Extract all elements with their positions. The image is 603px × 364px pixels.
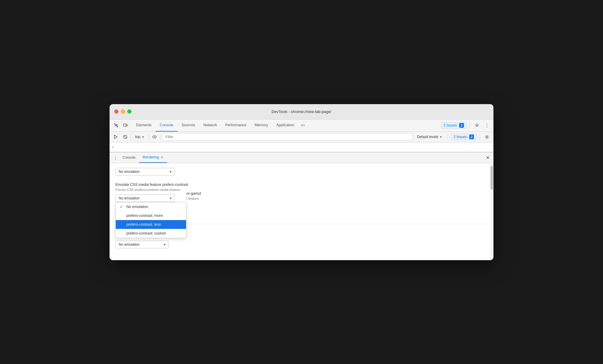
- vision-select-wrapper: No emulation ▼: [115, 241, 169, 248]
- toolbar-divider-3: [160, 134, 160, 140]
- color-scheme-select[interactable]: No emulation: [115, 168, 175, 176]
- context-selector[interactable]: top ▼: [133, 134, 147, 140]
- bottom-panel-menu[interactable]: ⋮: [112, 154, 119, 161]
- title-bar: DevTools - chrome://new-tab-page/: [110, 104, 493, 119]
- toolbar-right-divider-2: [480, 134, 480, 140]
- tabs-bar: Elements Console Sources Network Perform…: [110, 119, 493, 132]
- prefers-contrast-label: Emulate CSS media feature prefers-contra…: [115, 183, 488, 187]
- svg-rect-1: [126, 124, 128, 126]
- tab-network[interactable]: Network: [199, 119, 221, 132]
- more-tabs-button[interactable]: >>: [299, 119, 307, 132]
- devtools-window: DevTools - chrome://new-tab-page/ Elemen…: [110, 104, 493, 260]
- svg-point-6: [486, 136, 488, 137]
- tab-application[interactable]: Application: [272, 119, 298, 132]
- color-gamut-label: or-gamut: [186, 191, 488, 196]
- default-levels-caret: ▼: [439, 135, 442, 139]
- svg-line-4: [124, 136, 127, 138]
- tabs-right-divider: [470, 122, 470, 128]
- prompt-arrow: ›: [112, 145, 113, 149]
- top-selector-caret: ▼: [141, 135, 144, 139]
- default-levels-selector[interactable]: Default levels ▼: [415, 134, 445, 140]
- console-toolbar: top ▼ Default levels ▼ 2 Issues: 2: [110, 132, 493, 142]
- inspect-icon-button[interactable]: [112, 121, 120, 129]
- more-options-button[interactable]: ⋮: [483, 121, 491, 129]
- color-scheme-select-wrapper: No emulation ▼: [115, 168, 175, 176]
- vision-select[interactable]: No emulation: [115, 241, 169, 248]
- scrollbar[interactable]: [490, 163, 493, 260]
- check-mark-no-emulation: ✓: [120, 205, 124, 209]
- tab-console[interactable]: Console: [156, 119, 177, 132]
- traffic-lights: [114, 109, 131, 114]
- execute-button[interactable]: [112, 133, 120, 141]
- prefers-contrast-select-wrapper: No emulation ▼ ✓ No emulation prefers-co…: [115, 194, 175, 202]
- dropdown-item-no-emulation[interactable]: ✓ No emulation: [116, 202, 186, 211]
- tab-sources[interactable]: Sources: [177, 119, 199, 132]
- scrollbar-thumb[interactable]: [490, 166, 493, 190]
- window-title: DevTools - chrome://new-tab-page/: [272, 109, 331, 114]
- tab-memory[interactable]: Memory: [250, 119, 272, 132]
- rendering-tab-close[interactable]: ✕: [161, 155, 163, 159]
- devtools-icons: [112, 121, 130, 129]
- rendering-panel: No emulation ▼ Emulate CSS media feature…: [110, 163, 493, 260]
- toolbar-divider-2: [149, 134, 149, 140]
- console-prompt: ›: [110, 142, 493, 152]
- dropdown-item-custom[interactable]: prefers-contrast: custom: [116, 229, 186, 238]
- bottom-tabs-bar: ⋮ Console Rendering ✕ ✕: [110, 153, 493, 163]
- console-settings-button[interactable]: [483, 133, 491, 141]
- color-scheme-section: No emulation ▼: [115, 168, 488, 176]
- prefers-contrast-sublabel: Forces CSS prefers-contrast media featur…: [115, 188, 488, 191]
- toolbar-divider-1: [131, 134, 131, 140]
- prefers-contrast-select[interactable]: No emulation: [115, 194, 175, 202]
- svg-point-5: [154, 136, 155, 137]
- device-toggle-button[interactable]: [121, 121, 130, 129]
- clear-console-button[interactable]: [121, 133, 129, 141]
- dropdown-item-less[interactable]: prefers-contrast: less: [116, 220, 186, 229]
- toolbar-issues-icon: 2: [469, 135, 474, 139]
- toolbar-right-divider: [448, 134, 448, 140]
- prefers-contrast-dropdown[interactable]: ✓ No emulation prefers-contrast: more pr…: [115, 202, 186, 238]
- close-button[interactable]: [114, 109, 118, 114]
- minimize-button[interactable]: [121, 109, 125, 114]
- filter-input[interactable]: [162, 133, 413, 141]
- devtools-tabs: Elements Console Sources Network Perform…: [132, 119, 441, 132]
- maximize-button[interactable]: [127, 109, 131, 114]
- svg-marker-2: [114, 135, 117, 139]
- svg-rect-0: [123, 124, 126, 126]
- issues-label: 2 Issues:: [444, 123, 458, 127]
- dropdown-item-more[interactable]: prefers-contrast: more: [116, 211, 186, 220]
- toolbar-issues-label: 2 Issues:: [454, 135, 468, 139]
- tab-elements[interactable]: Elements: [132, 119, 156, 132]
- bottom-panel-close-button[interactable]: ✕: [484, 154, 491, 161]
- tabs-right-controls: 2 Issues: 2 ⋮: [441, 121, 491, 129]
- settings-button[interactable]: [473, 121, 481, 129]
- bottom-panel: ⋮ Console Rendering ✕ ✕ No emulation ▼: [110, 152, 493, 260]
- issues-icon: 2: [459, 123, 464, 128]
- issues-badge[interactable]: 2 Issues: 2: [441, 122, 467, 129]
- tab-performance[interactable]: Performance: [221, 119, 251, 132]
- toolbar-issues-badge[interactable]: 2 Issues: 2: [451, 134, 477, 140]
- bottom-tab-console[interactable]: Console: [119, 153, 139, 163]
- eye-button[interactable]: [151, 133, 158, 141]
- bottom-tab-rendering[interactable]: Rendering ✕: [139, 153, 167, 163]
- color-gamut-sublabel: t feature: [186, 197, 488, 200]
